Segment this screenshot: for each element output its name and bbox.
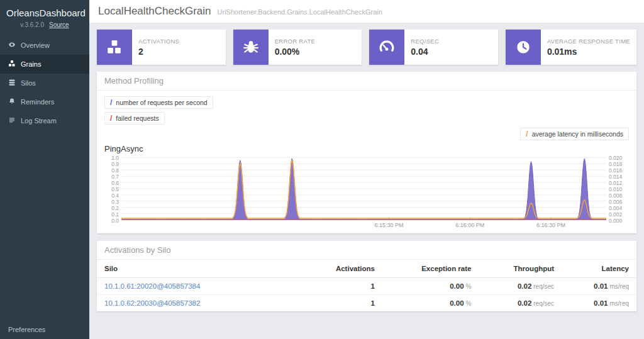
legend-requests: / number of requests per second (104, 96, 213, 109)
method-profiling-title: Method Profiling (97, 72, 636, 91)
y-axis-label: 0.002 (609, 211, 629, 218)
sidebar-item-label: Silos (21, 79, 36, 87)
throughput-unit: req/sec (533, 283, 554, 290)
grains-icon (8, 60, 16, 69)
log-stream-icon (8, 116, 16, 125)
clock-icon (506, 30, 541, 65)
y-axis-label: 0.016 (609, 167, 629, 174)
y-axis-label: 0.014 (609, 174, 629, 180)
stat-label: ERROR RATE (275, 38, 316, 45)
activations-by-silo-panel: Activations by Silo Silo Activations Exc… (97, 241, 636, 311)
overview-icon (8, 41, 16, 50)
legend-swatch: / (110, 98, 112, 107)
y-axis-label: 0.020 (609, 155, 629, 161)
latency-value: 0.01 (594, 282, 608, 290)
y-axis-label: 0.004 (609, 205, 629, 211)
table-row: 10.1.0.62:20030@405857382 1 0.00% 0.02re… (97, 295, 636, 312)
sidebar-item-label: Grains (21, 60, 41, 68)
y-axis-label: 0.006 (609, 199, 629, 205)
bug-icon (233, 30, 269, 65)
sidebar-item-grains[interactable]: Grains (0, 55, 89, 74)
throughput-value: 0.02 (518, 282, 531, 290)
y-axis-label: 0.4 (104, 192, 119, 199)
col-throughput: Throughput (479, 260, 562, 278)
sidebar: OrleansDashboard v.3.6.2.0Source Overvie… (0, 0, 89, 339)
page-title: LocalHealthCheckGrain (98, 5, 211, 18)
silo-table: Silo Activations Exception rate Throughp… (97, 260, 636, 311)
method-chart: 1.00.90.80.70.60.50.40.30.20.10.0 6:15:3… (104, 157, 629, 230)
x-tick-label: 6:15:30 PM (375, 222, 404, 228)
main-area: LocalHealthCheckGrain UrlShortener.Backe… (89, 0, 644, 339)
y-axis-label: 1.0 (104, 155, 119, 161)
preferences-link[interactable]: Preferences (8, 326, 45, 333)
method-chart-svg (121, 157, 606, 220)
y-axis-right: 0.0200.0180.0160.0140.0120.0100.0080.006… (606, 155, 629, 223)
col-silo: Silo (97, 260, 302, 278)
legend-swatch: / (110, 114, 112, 123)
y-axis-label: 0.2 (104, 205, 119, 211)
y-axis-label: 0.008 (609, 192, 629, 199)
stat-label: REQ/SEC (411, 38, 439, 45)
col-latency: Latency (562, 260, 636, 278)
legend-swatch: / (526, 130, 528, 138)
brand-title: OrleansDashboard (0, 0, 89, 20)
legend-label: number of requests per second (116, 99, 207, 106)
source-link[interactable]: Source (49, 21, 69, 28)
x-tick-label: 6:16:30 PM (536, 222, 565, 228)
page-header: LocalHealthCheckGrain UrlShortener.Backe… (89, 0, 644, 23)
y-axis-label: 0.6 (104, 180, 119, 186)
legend-failed: / failed requests (104, 112, 165, 125)
latency-value: 0.01 (594, 299, 608, 307)
sidebar-item-silos[interactable]: Silos (0, 74, 89, 92)
latency-unit: ms/req (609, 300, 629, 307)
latency-unit: ms/req (609, 283, 629, 290)
stat-label: AVERAGE RESPONSE TIME (547, 38, 630, 45)
exception-rate-value: 0.00 (450, 299, 464, 307)
exception-rate-value: 0.00 (450, 282, 464, 290)
y-axis-label: 0.9 (104, 161, 119, 167)
y-axis-label: 0.1 (104, 211, 119, 218)
y-axis-label: 0.8 (104, 167, 119, 174)
method-profiling-panel: Method Profiling / number of requests pe… (97, 72, 636, 233)
gauge-icon (369, 30, 404, 65)
stat-label: ACTIVATIONS (138, 38, 179, 45)
y-axis-label: 0.7 (104, 174, 119, 180)
sidebar-nav: Overview Grains Silos Reminders Log Stre… (0, 36, 89, 130)
legend-label: failed requests (116, 114, 158, 122)
stat-value: 0.04 (411, 47, 439, 57)
y-axis-label: 0.5 (104, 186, 119, 192)
table-row: 10.1.0.61:20020@405857384 1 0.00% 0.02re… (97, 278, 636, 295)
x-tick-label: 6:16:00 PM (455, 222, 484, 228)
stat-card-activations: ACTIVATIONS 2 (97, 30, 226, 65)
col-exception-rate: Exception rate (382, 260, 479, 278)
app: OrleansDashboard v.3.6.2.0Source Overvie… (0, 0, 644, 339)
exception-rate-unit: % (466, 283, 472, 290)
stat-card-req-sec: REQ/SEC 0.04 (369, 30, 498, 65)
sidebar-item-label: Log Stream (21, 117, 57, 125)
activations-value: 1 (371, 299, 375, 307)
version-label: v.3.6.2.0 (20, 21, 44, 28)
y-axis-label: 0.000 (609, 218, 629, 224)
activations-by-silo-title: Activations by Silo (97, 241, 636, 260)
cubes-icon (97, 30, 132, 65)
chart-legend: / number of requests per second / failed… (104, 96, 629, 140)
y-axis-label: 0.3 (104, 199, 119, 205)
sidebar-item-label: Overview (21, 42, 50, 49)
sidebar-item-log-stream[interactable]: Log Stream (0, 111, 89, 130)
col-activations: Activations (302, 260, 382, 278)
stat-value: 0.01ms (547, 47, 630, 57)
throughput-unit: req/sec (533, 300, 554, 307)
silo-link[interactable]: 10.1.0.61:20020@405857384 (104, 282, 200, 290)
sidebar-item-reminders[interactable]: Reminders (0, 92, 89, 111)
silo-link[interactable]: 10.1.0.62:20030@405857382 (104, 299, 200, 307)
throughput-value: 0.02 (518, 299, 531, 307)
silos-icon (8, 79, 16, 87)
y-axis-label: 0.018 (609, 161, 629, 167)
table-header-row: Silo Activations Exception rate Throughp… (97, 260, 636, 278)
activations-value: 1 (371, 282, 375, 290)
stat-cards: ACTIVATIONS 2 ERROR RATE 0.00% (97, 30, 636, 65)
sidebar-item-overview[interactable]: Overview (0, 36, 89, 55)
exception-rate-unit: % (466, 300, 472, 307)
stat-value: 2 (138, 47, 179, 57)
y-axis-left: 1.00.90.80.70.60.50.40.30.20.10.0 (104, 155, 121, 223)
